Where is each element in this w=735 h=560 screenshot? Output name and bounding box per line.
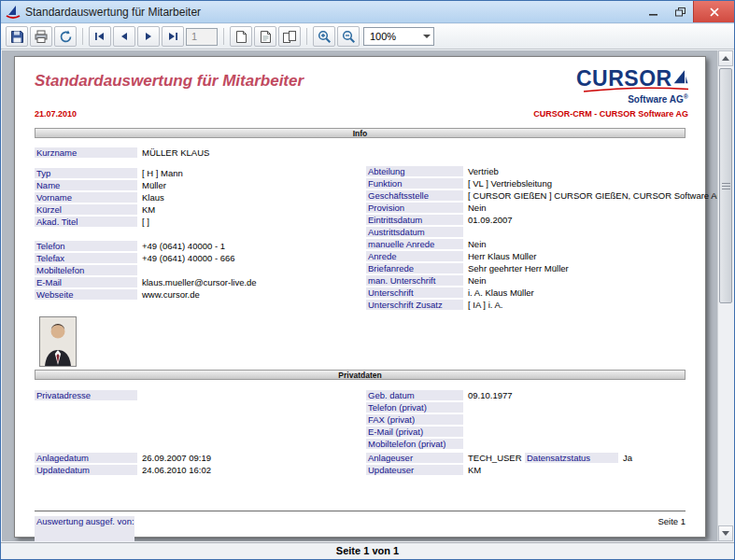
field-value: Vertrieb	[463, 166, 499, 176]
field-label: Telefon (privat)	[366, 402, 463, 413]
field-label: Funktion	[366, 178, 463, 189]
field-row: AnlageuserTECH_USER	[366, 453, 522, 463]
footer-label: Auswertung ausgef. von:	[35, 516, 134, 541]
field-row: Akad. Titel[ ]	[35, 217, 257, 227]
field-value: Nein	[463, 239, 487, 249]
minimize-button[interactable]	[641, 1, 667, 22]
field-value: Müller	[137, 180, 166, 190]
field-row: Privatadresse	[35, 390, 142, 400]
field-value: [ CURSOR GIEßEN ] CURSOR GIEßEN, CURSOR …	[463, 190, 724, 201]
field-value: www.cursor.de	[137, 289, 200, 300]
fit-page-view-button[interactable]	[254, 26, 276, 47]
first-page-button[interactable]	[89, 26, 111, 47]
fit-page-icon	[260, 30, 272, 44]
field-row: Mobiltelefon (privat)	[366, 439, 513, 449]
privat-left-column: Privatadresse	[35, 390, 142, 402]
zoom-out-icon	[342, 30, 356, 44]
field-label: Kurzname	[35, 147, 137, 158]
save-button[interactable]	[6, 26, 28, 47]
zoom-level-select[interactable]: 100%	[363, 27, 434, 46]
restore-button[interactable]	[667, 1, 693, 22]
single-page-icon	[235, 30, 247, 44]
refresh-icon	[59, 30, 73, 44]
field-value	[463, 427, 468, 437]
zoom-out-button[interactable]	[337, 26, 360, 47]
print-button[interactable]	[30, 26, 52, 47]
field-row: DatensatzstatusJa	[525, 453, 632, 463]
prev-page-button[interactable]	[113, 26, 135, 47]
prev-page-icon	[120, 32, 129, 41]
zoom-level-value: 100%	[364, 31, 419, 42]
separator	[223, 28, 224, 45]
section-header-privatdaten: Privatdaten	[35, 370, 686, 380]
field-label: Eintrittsdatum	[366, 215, 463, 225]
field-row: NameMüller	[35, 180, 257, 190]
separator	[306, 28, 307, 45]
field-value: [ IA ] i. A.	[463, 300, 503, 310]
field-label: Mobiltelefon	[35, 265, 137, 275]
field-label: Typ	[35, 168, 137, 178]
field-label: Anrede	[366, 251, 463, 261]
field-row: E-Mail (privat)	[366, 427, 513, 437]
field-value	[137, 390, 142, 400]
report-date: 21.07.2010	[35, 109, 77, 119]
field-label: Briefanrede	[366, 263, 463, 273]
scrollbar-grip-icon	[722, 186, 730, 187]
field-label: FAX (privat)	[366, 414, 463, 425]
single-page-view-button[interactable]	[230, 26, 252, 47]
field-label: man. Unterschrift	[366, 275, 463, 286]
field-row: BriefanredeSehr geehrter Herr Müller	[366, 263, 724, 273]
field-row: Typ[ H ] Mann	[35, 168, 257, 178]
chevron-down-icon[interactable]	[419, 28, 433, 45]
zoom-in-button[interactable]	[313, 26, 335, 47]
field-value: Herr Klaus Müller	[463, 251, 536, 261]
field-value: KM	[463, 465, 481, 475]
logo-text: CURSOR	[576, 67, 672, 90]
field-value: 01.09.2007	[463, 215, 513, 225]
footer-divider	[35, 511, 686, 511]
info-left-column: KurznameMÜLLER KLAUS Typ[ H ] Mann NameM…	[35, 147, 257, 301]
field-row: Telefon (privat)	[366, 402, 513, 413]
multi-page-view-button[interactable]	[278, 26, 301, 47]
field-value: [ H ] Mann	[137, 168, 183, 178]
app-window: Standardauswertung für Mitarbeiter	[0, 0, 735, 560]
info-right-column: AbteilungVertrieb Funktion[ VL ] Vertrie…	[366, 166, 724, 312]
titlebar: Standardauswertung für Mitarbeiter	[1, 1, 734, 23]
field-label: Mobiltelefon (privat)	[366, 439, 463, 449]
field-row: Mobiltelefon	[35, 265, 257, 275]
field-row: KürzelKM	[35, 204, 257, 215]
scrollbar-down-button[interactable]	[718, 525, 733, 541]
field-row: Updatedatum24.06.2010 16:02	[35, 465, 211, 475]
field-label: Geschäftsstelle	[366, 190, 463, 201]
print-icon	[34, 30, 49, 44]
scrollbar-thumb[interactable]	[719, 68, 732, 303]
field-row: Geb. datum09.10.1977	[366, 390, 513, 400]
separator	[82, 28, 83, 45]
last-page-button[interactable]	[162, 26, 184, 47]
next-page-button[interactable]	[137, 26, 160, 47]
field-label: Name	[35, 180, 137, 190]
field-value: [ ]	[137, 217, 149, 227]
field-row: FAX (privat)	[366, 414, 513, 425]
field-label: Updateuser	[366, 465, 463, 475]
field-value: klaus.mueller@cursor-live.de	[137, 277, 257, 287]
field-label: Unterschrift Zusatz	[366, 300, 463, 310]
page-number-input[interactable]	[186, 28, 218, 46]
field-label: manuelle Anrede	[366, 239, 463, 249]
close-button[interactable]	[693, 1, 734, 22]
field-row: Webseitewww.cursor.de	[35, 289, 257, 300]
field-row: Telefon+49 (0641) 40000 - 1	[35, 241, 257, 251]
field-value	[463, 439, 468, 449]
field-label: Anlagedatum	[35, 453, 137, 463]
field-label: Updatedatum	[35, 465, 137, 475]
field-label: Akad. Titel	[35, 217, 137, 227]
refresh-button[interactable]	[54, 26, 77, 47]
field-row: manuelle AnredeNein	[366, 239, 724, 249]
app-icon	[6, 5, 21, 20]
field-label: Austrittsdatum	[366, 227, 463, 237]
field-value: Sehr geehrter Herr Müller	[463, 263, 569, 273]
toolbar: 100%	[1, 24, 734, 49]
employee-photo	[39, 316, 77, 367]
scrollbar-up-button[interactable]	[718, 50, 733, 66]
field-label: Unterschrift	[366, 287, 463, 298]
